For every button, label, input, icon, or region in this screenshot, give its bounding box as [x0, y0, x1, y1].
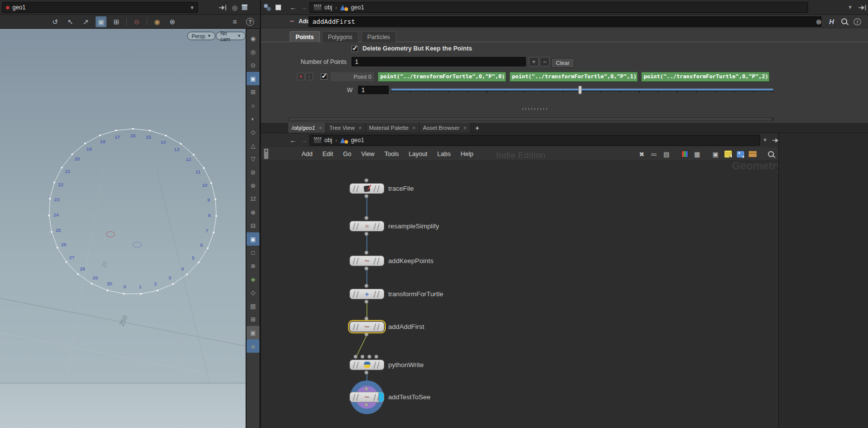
render-view-icon[interactable]: ◉	[152, 16, 162, 27]
breadcrumb[interactable]: obj › geo1	[309, 135, 760, 146]
tree-view-icon[interactable]: ≔	[650, 150, 659, 159]
pane-tab-material-palette[interactable]: Material Palette×	[365, 123, 419, 133]
point0-y-expression[interactable]: point("../transformForTurtle",0,"P",1)	[510, 72, 638, 82]
asset-box-icon[interactable]	[748, 150, 757, 159]
background-image-icon[interactable]	[736, 150, 745, 159]
houdini-help-icon[interactable]: H	[828, 18, 835, 26]
node-input-dot[interactable]	[364, 317, 368, 321]
breadcrumb[interactable]: obj › geo1	[309, 2, 808, 13]
window-layout-icon[interactable]: ▣	[711, 150, 720, 159]
palette-icon[interactable]	[680, 150, 689, 159]
info-icon[interactable]: i	[854, 18, 861, 25]
zoom-select-icon[interactable]: ⊞	[111, 16, 122, 27]
keep-points-checkbox[interactable]	[352, 46, 358, 52]
node-resampleSimplify[interactable]: ≈	[350, 221, 384, 231]
points-display-icon[interactable]: ⊙	[247, 58, 259, 72]
close-icon[interactable]: ×	[412, 125, 415, 131]
grid-view-icon[interactable]: ▦	[693, 150, 702, 159]
forward-icon[interactable]: →	[301, 136, 307, 144]
pane-tab-asset-browser[interactable]: Asset Browser×	[419, 123, 470, 133]
handle-icon[interactable]: ▤	[247, 299, 259, 313]
back-icon[interactable]: ←	[290, 3, 297, 11]
flipbook-icon[interactable]: ⊛	[167, 16, 178, 27]
wireframe-icon[interactable]: ◇	[247, 125, 259, 139]
geometry-point[interactable]	[53, 182, 55, 184]
uv-icon[interactable]: ▽	[247, 152, 259, 165]
geometry-point[interactable]	[156, 290, 158, 292]
menu-tools[interactable]: Tools	[379, 151, 404, 158]
node-input-dot[interactable]	[364, 387, 368, 391]
display-options-icon[interactable]: ≡	[229, 16, 240, 27]
geometry-point[interactable]	[214, 198, 216, 200]
lamp-icon[interactable]: ☼	[247, 339, 259, 353]
node-pythonWrite[interactable]	[350, 360, 384, 370]
light-icon[interactable]: ☼	[247, 99, 259, 112]
breadcrumb-geo1[interactable]: geo1	[351, 4, 364, 11]
point0-x-expression[interactable]: point("../transformForTurtle",0,"P",0)	[378, 72, 506, 82]
display-flag-cap[interactable]	[378, 392, 384, 402]
geometry-point[interactable]	[91, 283, 93, 285]
geometry-point[interactable]	[77, 273, 79, 275]
insert-point-button[interactable]: ↑	[306, 73, 313, 80]
ghost-icon[interactable]: □	[247, 246, 259, 259]
horizontal-scrollbar[interactable]	[288, 117, 773, 121]
pane-marker-icon[interactable]	[275, 4, 281, 10]
geometry-point[interactable]	[180, 143, 182, 145]
node-transformForTurtle[interactable]: +	[350, 289, 384, 299]
geometry-point[interactable]	[198, 262, 200, 264]
menu-help[interactable]: Help	[456, 151, 478, 158]
geometry-point[interactable]	[215, 215, 217, 217]
geometry-point[interactable]	[65, 261, 67, 263]
pin-icon[interactable]	[858, 2, 868, 12]
menu-edit[interactable]: Edit	[317, 151, 338, 158]
forward-icon[interactable]: →	[301, 3, 307, 11]
geometry-point[interactable]	[207, 247, 209, 249]
material-icon[interactable]: ◈	[247, 272, 259, 286]
node-addKeepPoints[interactable]: ~	[350, 256, 384, 266]
node-input-dot[interactable]	[364, 216, 368, 220]
delete-point-button[interactable]: ×	[297, 73, 305, 80]
template-icon[interactable]: ▣	[247, 232, 259, 246]
search-icon[interactable]	[841, 18, 848, 25]
select-tool-icon[interactable]: ↖	[65, 16, 76, 27]
node-wire[interactable]	[356, 335, 367, 357]
scene-viewport[interactable]: 250 25 012345678910111213141516171819202…	[0, 29, 246, 383]
pin-icon[interactable]	[218, 2, 228, 12]
clear-button[interactable]: Clear	[551, 58, 574, 68]
menu-labs[interactable]: Labs	[432, 151, 456, 158]
pane-splitter-grip[interactable]	[522, 108, 547, 110]
help-icon[interactable]: ?	[246, 18, 254, 26]
geometry-point[interactable]	[51, 231, 52, 233]
node-output-dot[interactable]	[364, 232, 368, 236]
shade-icon[interactable]: ◐	[247, 112, 259, 125]
link-panes-icon[interactable]	[263, 3, 271, 10]
display-flag-icon[interactable]: ▣	[247, 326, 259, 339]
geometry-point[interactable]	[71, 154, 73, 156]
visibility-icon[interactable]: ◉	[247, 32, 259, 45]
view-tool-icon[interactable]: ↺	[50, 16, 60, 27]
stowbar[interactable]: ▲	[264, 149, 268, 159]
move-tool-icon[interactable]: ↗	[80, 16, 91, 27]
points-minus-button[interactable]: −	[540, 57, 550, 66]
mirror-icon[interactable]: ⊘	[247, 165, 259, 179]
node-input-dot[interactable]	[354, 355, 357, 359]
geometry-point[interactable]	[84, 143, 86, 145]
secure-selection-icon[interactable]: ▣	[96, 16, 106, 27]
tab-points[interactable]: Points	[290, 31, 320, 42]
node-addTestToSee[interactable]: ~	[350, 392, 384, 402]
tab-polygons[interactable]: Polygons	[322, 31, 358, 42]
camera-menu-button[interactable]: No cam▼	[216, 32, 246, 40]
menu-view[interactable]: View	[356, 151, 379, 158]
gear-icon[interactable]: ⊛	[815, 18, 822, 26]
select-mode-icon[interactable]: ▣	[247, 72, 259, 85]
node-output-dot[interactable]	[364, 332, 368, 336]
isolate-icon[interactable]: ◎	[247, 45, 259, 58]
geometry-point[interactable]	[213, 232, 215, 234]
geometry-point[interactable]	[106, 289, 108, 291]
node-output-dot[interactable]	[364, 194, 368, 198]
tab-particles[interactable]: Particles	[361, 31, 396, 42]
point0-z-expression[interactable]: point("../transformForTurtle",0,"P",2)	[641, 72, 769, 82]
point-enable-checkbox[interactable]	[321, 73, 327, 80]
particle-icon[interactable]: ⊛	[247, 259, 259, 272]
node-output-dot[interactable]	[364, 267, 368, 270]
